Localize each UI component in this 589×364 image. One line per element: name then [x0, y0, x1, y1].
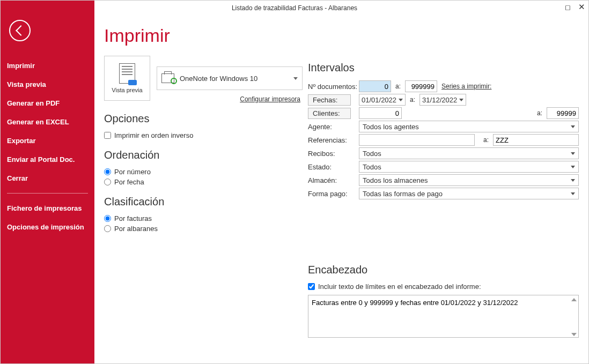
- incluir-texto-label: Incluir texto de límites en el encabezad…: [318, 283, 481, 291]
- order-fecha-radio[interactable]: [104, 179, 111, 185]
- window-controls: ◻ ✕: [565, 2, 585, 12]
- clientes-button[interactable]: Clientes:: [308, 108, 351, 119]
- forma-label: Forma pago:: [308, 188, 359, 199]
- maximize-icon[interactable]: ◻: [565, 3, 571, 11]
- chevron-down-icon: [571, 179, 575, 182]
- forma-dropdown[interactable]: Todas las formas de pago: [359, 188, 579, 199]
- ndoc-label: Nº documentos:: [308, 81, 359, 92]
- clasificacion-title: Clasificación: [104, 196, 303, 208]
- order-fecha-label: Por fecha: [114, 178, 144, 186]
- configure-printer-link[interactable]: Configurar impresora: [157, 95, 303, 103]
- back-arrow-icon: [16, 25, 26, 36]
- fecha-to-input[interactable]: 31/12/2022: [419, 94, 466, 106]
- clas-albaranes-row[interactable]: Por albaranes: [104, 225, 303, 233]
- estado-value: Todos: [363, 163, 381, 171]
- order-numero-radio[interactable]: [104, 168, 111, 175]
- opciones-title: Opciones: [104, 113, 303, 125]
- nav-portal[interactable]: Enviar al Portal Doc.: [1, 150, 94, 169]
- forma-value: Todas las formas de pago: [363, 190, 443, 198]
- chevron-down-icon: [459, 99, 463, 101]
- clas-albaranes-radio[interactable]: [104, 225, 111, 232]
- ref-to-label: a:: [483, 136, 489, 144]
- order-fecha-row[interactable]: Por fecha: [104, 178, 303, 186]
- ref-to-input[interactable]: [493, 134, 579, 146]
- nav-exportar[interactable]: Exportar: [1, 131, 94, 150]
- estado-dropdown[interactable]: Todos: [359, 161, 579, 173]
- ndoc-to-input[interactable]: [405, 80, 437, 92]
- estado-label: Estado:: [308, 161, 359, 173]
- page-title: Imprimir: [104, 25, 303, 46]
- intervalos-title: Intervalos: [308, 62, 579, 74]
- agente-value: Todos los agentes: [363, 123, 419, 131]
- recibos-value: Todos: [363, 150, 381, 158]
- cli-from-input[interactable]: [359, 107, 402, 119]
- chevron-down-icon: [399, 99, 403, 101]
- document-preview-icon: [119, 63, 135, 84]
- printer-dropdown[interactable]: OneNote for Windows 10: [157, 66, 303, 90]
- ordenacion-title: Ordenación: [104, 149, 303, 161]
- fecha-to-value: 31/12/2022: [422, 96, 457, 104]
- clas-facturas-row[interactable]: Por facturas: [104, 214, 303, 222]
- cli-to-input[interactable]: [547, 107, 579, 119]
- nav-fichero-impresoras[interactable]: Fichero de impresoras: [1, 199, 94, 218]
- agente-label: Agente:: [308, 121, 359, 132]
- preview-button[interactable]: Vista previa: [104, 56, 150, 101]
- almacen-label: Almacén:: [308, 175, 359, 186]
- close-icon[interactable]: ✕: [578, 2, 585, 12]
- almacen-dropdown[interactable]: Todos los almacenes: [359, 174, 579, 186]
- fecha-from-input[interactable]: 01/01/2022: [359, 94, 406, 106]
- clas-facturas-label: Por facturas: [114, 214, 152, 222]
- scroll-down-icon[interactable]: [571, 333, 577, 336]
- main-area: Imprimir Vista previa OneNote for Window…: [94, 16, 588, 363]
- nav-imprimir[interactable]: Imprimir: [1, 56, 94, 75]
- reverse-order-checkbox[interactable]: [104, 132, 111, 139]
- preview-label: Vista previa: [112, 87, 142, 93]
- scroll-up-icon[interactable]: [571, 298, 577, 301]
- reverse-order-label: Imprimir en orden inverso: [114, 131, 193, 139]
- sidebar: Imprimir Vista previa Generar en PDF Gen…: [1, 1, 94, 363]
- incluir-texto-row[interactable]: Incluir texto de límites en el encabezad…: [308, 283, 579, 291]
- agente-dropdown[interactable]: Todos los agentes: [359, 121, 579, 132]
- nav-separator: [7, 193, 88, 194]
- chevron-down-icon: [571, 152, 575, 155]
- chevron-down-icon: [571, 192, 575, 195]
- recibos-dropdown[interactable]: Todos: [359, 147, 579, 159]
- nav-vista-previa[interactable]: Vista previa: [1, 75, 94, 94]
- chevron-down-icon: [571, 166, 575, 168]
- chevron-down-icon: [571, 125, 575, 128]
- recibos-label: Recibos:: [308, 148, 359, 159]
- ref-label: Referencias:: [308, 135, 359, 146]
- nav-pdf[interactable]: Generar en PDF: [1, 94, 94, 113]
- printer-icon: [161, 73, 174, 83]
- clas-albaranes-label: Por albaranes: [114, 225, 158, 233]
- chevron-down-icon: [293, 77, 298, 80]
- window-title: Listado de trazabilidad Facturas - Albar…: [232, 4, 357, 12]
- clas-facturas-radio[interactable]: [104, 215, 111, 222]
- order-numero-row[interactable]: Por número: [104, 168, 303, 176]
- fecha-to-label: a:: [410, 96, 415, 103]
- printer-name: OneNote for Windows 10: [180, 75, 257, 83]
- almacen-value: Todos los almacenes: [363, 176, 428, 184]
- ref-from-input[interactable]: [359, 134, 475, 146]
- order-numero-label: Por número: [114, 168, 151, 176]
- cli-to-label: a:: [537, 109, 542, 117]
- incluir-texto-checkbox[interactable]: [308, 283, 315, 290]
- fecha-from-value: 01/01/2022: [362, 96, 396, 104]
- nav-cerrar[interactable]: Cerrar: [1, 169, 94, 188]
- fechas-button[interactable]: Fechas:: [308, 94, 351, 106]
- nav-opciones-impresion[interactable]: Opciones de impresión: [1, 218, 94, 236]
- series-link[interactable]: Series a imprimir:: [441, 83, 491, 90]
- left-column: Imprimir Vista previa OneNote for Window…: [104, 25, 303, 354]
- encabezado-textarea[interactable]: [308, 295, 579, 338]
- reverse-order-row[interactable]: Imprimir en orden inverso: [104, 131, 303, 139]
- nav-excel[interactable]: Generar en EXCEL: [1, 113, 94, 131]
- ndoc-from-input[interactable]: [359, 80, 391, 92]
- back-button[interactable]: [9, 20, 31, 41]
- encabezado-title: Encabezado: [308, 264, 579, 276]
- right-column: Intervalos Nº documentos: a: Series a im…: [308, 25, 579, 354]
- ndoc-to-label: a:: [395, 83, 401, 90]
